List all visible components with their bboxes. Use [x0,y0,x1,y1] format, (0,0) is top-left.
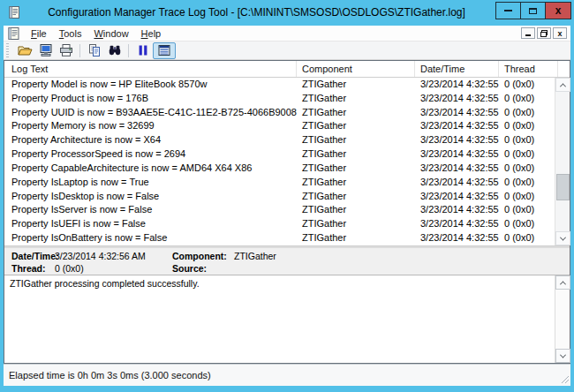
binoculars-icon [108,43,122,57]
log-cell-component: ZTIGather [297,203,415,217]
column-header-thread[interactable]: Thread [499,61,558,77]
log-row[interactable]: Property Model is now = HP EliteBook 857… [4,78,555,92]
log-row[interactable]: Property IsServer is now = FalseZTIGathe… [4,203,555,217]
log-rows: Property Model is now = HP EliteBook 857… [4,78,555,245]
minimize-icon [504,10,512,11]
menu-item-window[interactable]: Window [87,26,134,41]
log-row[interactable]: Property ProcessorSpeed is now = 2694ZTI… [4,147,555,162]
log-row[interactable]: Property IsDesktop is now = FalseZTIGath… [4,190,555,204]
find-button[interactable] [104,42,125,59]
menu-item-file[interactable]: File [25,26,53,41]
message-text: ZTIGather processing completed successfu… [4,275,555,363]
log-cell-thread: 0 (0x0) [499,119,555,133]
column-header-filler [558,61,570,77]
log-cell-datetime: 3/23/2014 4:32:55 AM [415,231,499,245]
message-vertical-scrollbar[interactable] [555,275,570,363]
log-cell-thread: 0 (0x0) [499,147,555,162]
chevron-up-icon [560,281,566,287]
log-row[interactable]: Property Architecture is now = X64ZTIGat… [4,133,555,147]
document-icon[interactable] [8,27,19,40]
log-cell-log_text: Property ProcessorSpeed is now = 2694 [4,147,297,162]
mdi-close-button[interactable]: x [553,27,567,39]
scrollbar-thumb[interactable] [556,174,570,200]
toolbar-grip[interactable] [6,43,9,57]
log-cell-component: ZTIGather [297,190,415,204]
window-title: Configuration Manager Trace Log Tool - [… [23,0,490,26]
window-body: FileToolsWindowHelp x [4,26,570,386]
mdi-minimize-button[interactable] [521,27,535,39]
caption-buttons: x [496,2,571,19]
app-logo-icon[interactable] [7,5,21,19]
log-row[interactable]: Property IsUEFI is now = FalseZTIGather3… [4,217,555,231]
log-row[interactable]: Property IsOnBattery is now = FalseZTIGa… [4,231,555,245]
log-cell-component: ZTIGather [297,231,415,245]
message-box[interactable]: ZTIGather processing completed successfu… [4,275,570,363]
copy-button[interactable] [84,42,104,59]
column-header-component[interactable]: Component [297,61,415,77]
log-cell-log_text: Property IsDesktop is now = False [4,190,297,204]
computer-monitor-icon [39,43,53,57]
maximize-icon [529,8,537,14]
log-cell-log_text: Property Product is now = 176B [4,92,297,106]
log-row[interactable]: Property CapableArchitecture is now = AM… [4,162,555,176]
log-cell-component: ZTIGather [297,176,415,190]
log-cell-thread: 0 (0x0) [499,217,555,231]
minimize-button[interactable] [495,2,521,19]
log-cell-component: ZTIGather [297,147,415,162]
log-cell-component: ZTIGather [297,119,415,133]
close-button[interactable]: x [545,2,571,19]
log-list: Property Model is now = HP EliteBook 857… [4,78,570,245]
log-cell-component: ZTIGather [297,92,415,106]
print-button[interactable] [56,42,76,59]
scroll-down-button[interactable] [555,231,570,245]
log-cell-thread: 0 (0x0) [499,162,555,176]
log-cell-datetime: 3/23/2014 4:32:55 AM [415,190,499,204]
log-row[interactable]: Property Product is now = 176BZTIGather3… [4,92,555,106]
log-cell-log_text: Property IsUEFI is now = False [4,217,297,231]
resize-grip-icon[interactable] [560,374,569,383]
menu-item-help[interactable]: Help [135,26,168,41]
chevron-up-icon [560,83,566,89]
log-cell-thread: 0 (0x0) [499,92,555,106]
maximize-button[interactable] [520,2,546,19]
log-cell-component: ZTIGather [297,162,415,176]
detail-pane: Date/Time: 3/23/2014 4:32:56 AM Componen… [4,248,570,275]
chevron-down-icon [560,351,566,358]
scroll-down-button[interactable] [555,349,570,363]
log-cell-thread: 0 (0x0) [499,176,555,190]
log-cell-datetime: 3/23/2014 4:32:55 AM [415,162,499,176]
title-bar[interactable]: Configuration Manager Trace Log Tool - [… [0,0,574,26]
open-remote-button[interactable] [35,42,56,59]
status-bar: Elapsed time is 0h 0m 3s 0ms (3.000 seco… [4,364,570,386]
mdi-minimize-icon [525,34,531,36]
log-row[interactable]: Property UUID is now = B93AAE5E-C41C-11E… [4,106,555,120]
column-header-datetime[interactable]: Date/Time [415,61,499,77]
log-row[interactable]: Property IsLaptop is now = TrueZTIGather… [4,176,555,190]
log-cell-datetime: 3/23/2014 4:32:55 AM [415,78,499,92]
scroll-up-button[interactable] [555,78,570,92]
detail-pane-toggle-button[interactable] [153,42,176,59]
open-button[interactable] [15,42,35,59]
pause-button[interactable] [132,42,153,59]
detail-thread-value: 0 (0x0) [55,263,84,274]
log-cell-log_text: Property Memory is now = 32699 [4,119,297,133]
log-cell-datetime: 3/23/2014 4:32:55 AM [415,119,499,133]
menu-items: FileToolsWindowHelp [25,25,167,41]
log-cell-log_text: Property Model is now = HP EliteBook 857… [4,78,297,92]
mdi-window-buttons: x [521,27,567,39]
mdi-restore-button[interactable] [537,27,551,39]
log-cell-datetime: 3/23/2014 4:32:55 AM [415,147,499,162]
detail-component-value: ZTIGather [234,251,276,261]
log-row[interactable]: Property Memory is now = 32699ZTIGather3… [4,119,555,133]
log-window-icon [157,43,171,57]
detail-datetime-label: Date/Time: [11,251,59,261]
log-cell-component: ZTIGather [297,106,415,120]
menu-item-tools[interactable]: Tools [53,26,88,41]
column-header-log-text[interactable]: Log Text [4,61,297,77]
scroll-up-button[interactable] [555,275,570,290]
status-text: Elapsed time is 0h 0m 3s 0ms (3.000 seco… [4,370,211,381]
list-vertical-scrollbar[interactable] [555,78,570,245]
log-cell-datetime: 3/23/2014 4:32:55 AM [415,92,499,106]
log-cell-thread: 0 (0x0) [499,231,555,245]
log-cell-datetime: 3/23/2014 4:32:55 AM [415,203,499,217]
